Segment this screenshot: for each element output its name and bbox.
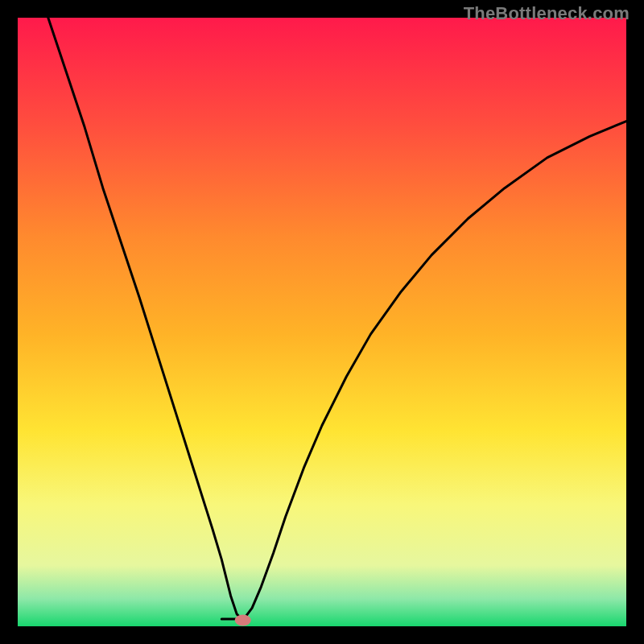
chart-container: TheBottleneck.com — [0, 0, 644, 644]
frame-border — [0, 626, 644, 644]
frame-border — [626, 0, 644, 644]
bottleneck-chart — [0, 0, 644, 644]
min-point-marker — [235, 614, 251, 625]
watermark-label: TheBottleneck.com — [464, 3, 630, 24]
frame-border — [0, 0, 18, 644]
plot-background — [18, 18, 626, 626]
